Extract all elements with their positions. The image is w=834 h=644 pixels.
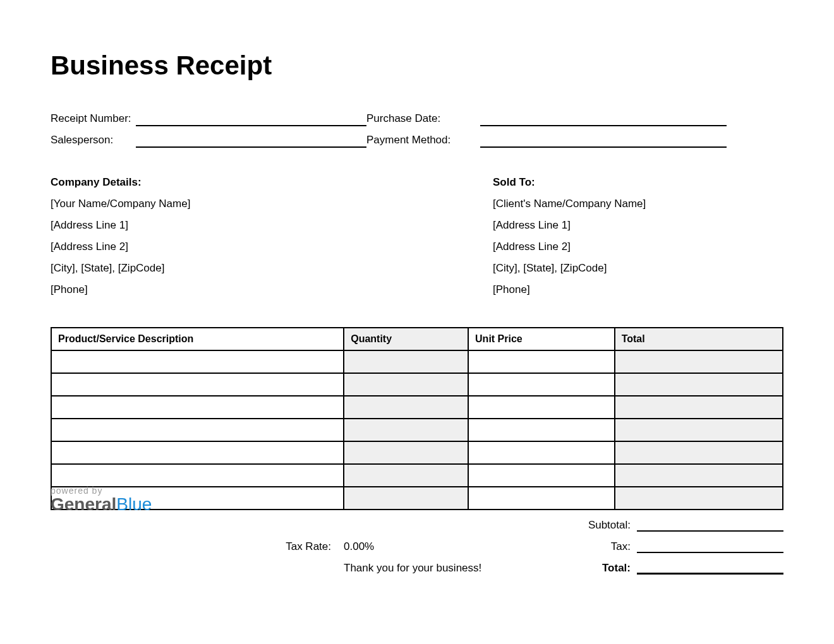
- cell-qty[interactable]: [344, 396, 468, 419]
- salesperson-field[interactable]: [136, 134, 366, 148]
- company-details-heading: Company Details:: [51, 176, 455, 189]
- soldto-name: [Client's Name/Company Name]: [493, 198, 783, 210]
- col-header-description: Product/Service Description: [51, 328, 344, 350]
- col-header-total: Total: [615, 328, 783, 350]
- cell-desc[interactable]: [51, 396, 344, 419]
- total-label: Total:: [564, 562, 637, 575]
- cell-total[interactable]: [615, 373, 783, 396]
- soldto-addr2: [Address Line 2]: [493, 241, 783, 253]
- company-addr2: [Address Line 2]: [51, 241, 455, 253]
- footer-blue-text: Blue: [116, 494, 152, 514]
- cell-qty[interactable]: [344, 350, 468, 373]
- receipt-number-label: Receipt Number:: [51, 112, 136, 126]
- cell-qty[interactable]: [344, 419, 468, 441]
- cell-unit[interactable]: [468, 441, 615, 464]
- cell-unit[interactable]: [468, 373, 615, 396]
- cell-qty[interactable]: [344, 487, 468, 510]
- cell-total[interactable]: [615, 350, 783, 373]
- cell-total[interactable]: [615, 441, 783, 464]
- tax-field[interactable]: [637, 538, 783, 553]
- cell-desc[interactable]: [51, 441, 344, 464]
- subtotal-field[interactable]: [637, 516, 783, 532]
- purchase-date-field[interactable]: [480, 112, 727, 126]
- items-table: Product/Service Description Quantity Uni…: [51, 327, 783, 510]
- cell-unit[interactable]: [468, 419, 615, 441]
- soldto-phone: [Phone]: [493, 283, 783, 296]
- cell-qty[interactable]: [344, 441, 468, 464]
- col-header-unit-price: Unit Price: [468, 328, 615, 350]
- cell-total[interactable]: [615, 464, 783, 487]
- payment-method-field[interactable]: [480, 134, 727, 148]
- purchase-date-label: Purchase Date:: [366, 112, 480, 126]
- cell-total[interactable]: [615, 419, 783, 441]
- sold-to-heading: Sold To:: [493, 176, 783, 189]
- cell-unit[interactable]: [468, 464, 615, 487]
- cell-desc[interactable]: [51, 350, 344, 373]
- salesperson-label: Salesperson:: [51, 134, 136, 148]
- total-field[interactable]: [637, 559, 783, 575]
- cell-desc[interactable]: [51, 373, 344, 396]
- company-name: [Your Name/Company Name]: [51, 198, 455, 210]
- footer-brand: powered by GeneralBlue: [51, 486, 152, 515]
- tax-label: Tax:: [468, 540, 637, 553]
- soldto-addr1: [Address Line 1]: [493, 219, 783, 232]
- company-addr1: [Address Line 1]: [51, 219, 455, 232]
- cell-qty[interactable]: [344, 373, 468, 396]
- cell-qty[interactable]: [344, 464, 468, 487]
- cell-desc[interactable]: [51, 464, 344, 487]
- cell-unit[interactable]: [468, 487, 615, 510]
- tax-rate-value: 0.00%: [344, 540, 468, 553]
- receipt-number-field[interactable]: [136, 112, 366, 126]
- page-title: Business Receipt: [51, 51, 783, 81]
- cell-total[interactable]: [615, 396, 783, 419]
- cell-total[interactable]: [615, 487, 783, 510]
- thank-you-text: Thank you for your business!: [344, 562, 564, 575]
- footer-general-text: General: [51, 494, 116, 514]
- tax-rate-label: Tax Rate:: [51, 540, 344, 553]
- cell-unit[interactable]: [468, 396, 615, 419]
- company-phone: [Phone]: [51, 283, 455, 296]
- cell-desc[interactable]: [51, 419, 344, 441]
- payment-method-label: Payment Method:: [366, 134, 480, 148]
- soldto-city: [City], [State], [ZipCode]: [493, 262, 783, 275]
- col-header-quantity: Quantity: [344, 328, 468, 350]
- subtotal-label: Subtotal:: [468, 519, 637, 532]
- company-city: [City], [State], [ZipCode]: [51, 262, 455, 275]
- cell-unit[interactable]: [468, 350, 615, 373]
